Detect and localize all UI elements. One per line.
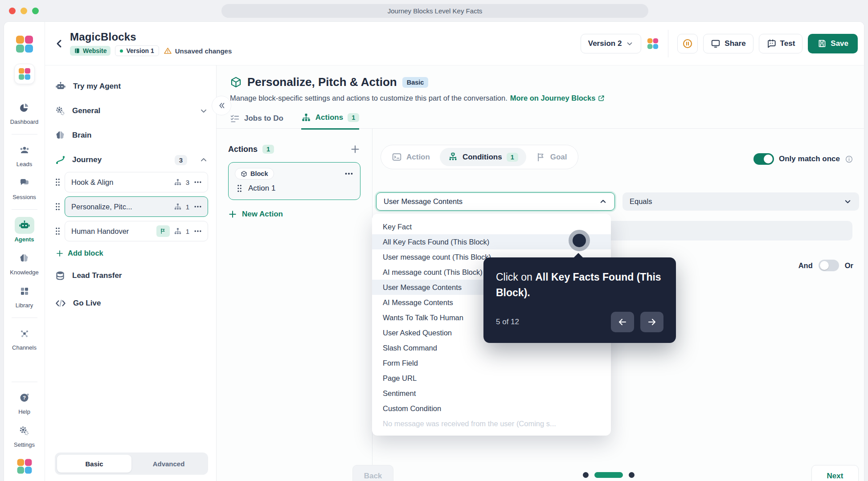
dropdown-option-sentiment[interactable]: Sentiment (372, 386, 611, 401)
info-icon[interactable] (845, 155, 853, 163)
sidebar-item-settings[interactable]: Settings (14, 422, 35, 448)
journey-block-hook-align[interactable]: Hook & Align 3 (65, 172, 208, 192)
sidebar-item-go-live[interactable]: Go Live (55, 294, 208, 313)
journey-block-personalize[interactable]: Personalize, Pitc... 1 (65, 196, 208, 217)
sitemap-icon (174, 178, 182, 186)
progress-dot-active[interactable] (594, 472, 623, 478)
sidebar-item-dashboard[interactable]: Dashboard (10, 99, 39, 125)
tab-goal[interactable]: Goal (528, 148, 575, 166)
sidebar-item-agents[interactable]: Agents (14, 217, 34, 243)
back-button[interactable]: Back (352, 465, 393, 481)
divider (668, 30, 668, 57)
progress-dot[interactable] (629, 472, 635, 478)
brand-logo-icon (15, 34, 34, 54)
version-selector[interactable]: Version 2 (581, 34, 642, 53)
condition-tabs: Action Conditions 1 Goal (381, 145, 578, 169)
arrow-left-icon (617, 317, 628, 327)
sidebar-item-journey[interactable]: Journey 3 (55, 151, 208, 169)
tab-jobs-to-do[interactable]: Jobs to Do (230, 113, 283, 130)
sidebar-item-help[interactable]: ? Help (15, 389, 34, 415)
tab-actions[interactable]: Actions 1 (301, 113, 359, 130)
page-header: MagicBlocks Website Version 1 Unsaved ch… (45, 22, 864, 65)
gears-icon (55, 106, 66, 116)
more-menu-icon[interactable] (193, 178, 202, 187)
dropdown-option-form-field[interactable]: Form Field (372, 355, 611, 371)
action-type-chip: Block (235, 168, 274, 179)
condition-operator-select[interactable]: Equals (622, 192, 859, 211)
tour-step-counter: 5 of 12 (496, 318, 519, 326)
drag-handle-icon[interactable] (55, 202, 61, 211)
and-or-toggle[interactable] (819, 260, 839, 271)
robot-icon (15, 217, 34, 234)
block-description: Manage block-specific settings and actio… (230, 94, 508, 102)
help-icon: ? (15, 389, 34, 406)
sidebar-item-knowledge[interactable]: Knowledge (10, 250, 38, 276)
tour-next-button[interactable] (640, 312, 663, 332)
new-action-button[interactable]: New Action (228, 210, 360, 219)
sidebar-item-channels[interactable]: Channels (12, 325, 37, 351)
back-icon[interactable] (54, 38, 65, 49)
minimize-window-icon[interactable] (20, 8, 27, 14)
drag-handle-icon[interactable] (237, 184, 242, 193)
sidebar-item-library[interactable]: Library (15, 283, 34, 309)
app-window: Journey Blocks Level Key Facts Dashboard (0, 0, 868, 481)
dropdown-option-page-url[interactable]: Page URL (372, 371, 611, 386)
action-card[interactable]: Block Action 1 (228, 162, 360, 200)
more-menu-icon[interactable] (193, 227, 202, 236)
network-icon (15, 325, 34, 342)
actions-list-panel: Actions 1 Block (217, 129, 373, 481)
action-more-menu-icon[interactable] (344, 169, 354, 179)
block-title: Personalize, Pitch & Action (247, 75, 397, 89)
mode-tab-advanced[interactable]: Advanced (131, 455, 206, 473)
sidebar-item-brain[interactable]: Brain (55, 126, 208, 145)
workspace-logo-icon[interactable] (647, 37, 659, 50)
share-button[interactable]: Share (703, 34, 753, 53)
mode-tab-basic[interactable]: Basic (57, 455, 131, 473)
progress-dot[interactable] (583, 472, 589, 478)
svg-text:?: ? (22, 395, 25, 400)
drag-handle-icon[interactable] (55, 227, 61, 236)
robot-icon (55, 82, 66, 91)
add-block-button[interactable]: Add block (56, 249, 208, 257)
tab-action[interactable]: Action (384, 148, 438, 166)
version-badge: Version 1 (115, 45, 159, 56)
code-icon (55, 298, 66, 308)
collapse-sidebar-button[interactable] (212, 96, 231, 115)
progress-dots (583, 472, 635, 478)
journey-blocks-link[interactable]: More on Journey Blocks (510, 94, 606, 102)
chat-test-icon (766, 39, 776, 49)
dropdown-option-custom-condition[interactable]: Custom Condition (372, 401, 611, 416)
tour-prev-button[interactable] (611, 312, 634, 332)
journey-path-icon (55, 155, 66, 165)
sidebar-item-try-my-agent[interactable]: Try my Agent (55, 77, 208, 96)
tour-instruction: Click on All Key Facts Found (This Block… (496, 269, 663, 301)
drag-handle-icon[interactable] (55, 178, 61, 187)
pause-agent-button[interactable] (677, 34, 698, 53)
maximize-window-icon[interactable] (32, 8, 39, 14)
agent-name: MagicBlocks (70, 31, 232, 43)
sidebar-item-sessions[interactable]: Sessions (12, 175, 36, 200)
sidebar-item-general[interactable]: General (55, 102, 208, 120)
brain-icon (14, 250, 34, 267)
sidebar-item-lead-transfer[interactable]: Lead Transfer (55, 266, 208, 285)
only-match-once-toggle[interactable] (753, 153, 774, 165)
conditions-count-badge: 1 (507, 153, 518, 162)
add-action-icon[interactable] (350, 144, 360, 155)
sidebar-item-leads[interactable]: Leads (15, 142, 34, 167)
agent-app-icon[interactable] (14, 64, 35, 84)
next-button[interactable]: Next (811, 465, 859, 481)
journey-block-row: Hook & Align 3 (55, 172, 208, 192)
tab-conditions[interactable]: Conditions 1 (440, 148, 526, 166)
save-button[interactable]: Save (808, 34, 858, 53)
tour-beacon[interactable] (569, 230, 590, 251)
divider (12, 209, 37, 210)
close-window-icon[interactable] (9, 8, 16, 14)
monitor-icon (711, 39, 721, 49)
brain-icon (55, 130, 66, 141)
test-button[interactable]: Test (759, 34, 803, 53)
condition-field-select[interactable]: User Message Contents (376, 192, 615, 211)
journey-block-human-handover[interactable]: Human Handover 1 (65, 221, 208, 241)
chevron-down-icon (626, 40, 634, 48)
more-menu-icon[interactable] (193, 202, 202, 211)
agent-sidebar: Try my Agent General Brain Journey 3 (45, 65, 217, 481)
